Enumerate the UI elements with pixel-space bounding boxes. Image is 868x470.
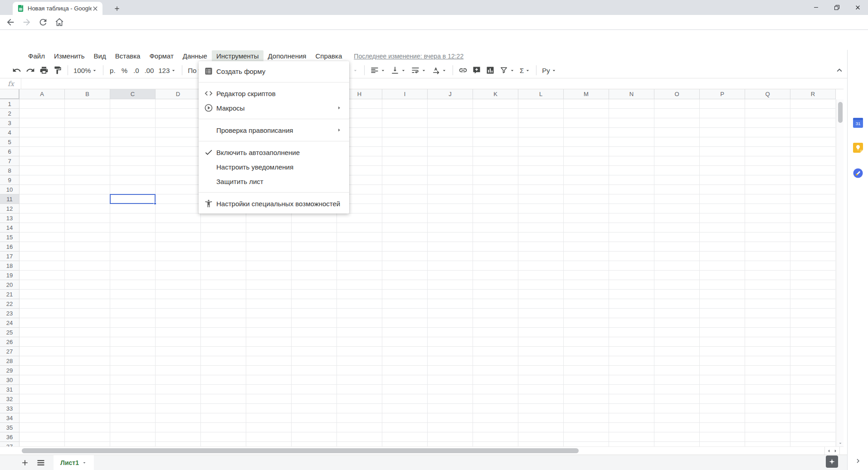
cell-A24[interactable] <box>20 318 65 328</box>
cell-D36[interactable] <box>156 432 201 442</box>
cell-I21[interactable] <box>382 290 428 299</box>
cell-M14[interactable] <box>564 223 609 233</box>
cell-R2[interactable] <box>790 109 836 118</box>
cell-B23[interactable] <box>65 309 110 318</box>
cell-P6[interactable] <box>700 147 745 156</box>
cell-D16[interactable] <box>156 242 201 252</box>
cell-K11[interactable] <box>473 194 518 204</box>
cell-R9[interactable] <box>790 175 836 185</box>
tasks-icon[interactable] <box>853 168 863 178</box>
cell-B10[interactable] <box>65 185 110 194</box>
cell-R15[interactable] <box>790 233 836 242</box>
cell-D2[interactable] <box>156 109 201 118</box>
cell-R28[interactable] <box>790 356 836 366</box>
cell-N2[interactable] <box>609 109 654 118</box>
menu-data[interactable]: Данные <box>178 50 212 62</box>
cell-K4[interactable] <box>473 128 518 137</box>
fill-handle[interactable] <box>154 202 156 205</box>
cell-C13[interactable] <box>110 213 156 223</box>
cell-I2[interactable] <box>382 109 428 118</box>
cell-C15[interactable] <box>110 233 156 242</box>
row-header-18[interactable]: 18 <box>0 261 20 271</box>
cell-N10[interactable] <box>609 185 654 194</box>
row-header-31[interactable]: 31 <box>0 385 20 394</box>
cell-M23[interactable] <box>564 309 609 318</box>
cell-J27[interactable] <box>428 347 473 356</box>
cell-B27[interactable] <box>65 347 110 356</box>
cell-I9[interactable] <box>382 175 428 185</box>
cell-I24[interactable] <box>382 318 428 328</box>
cell-N33[interactable] <box>609 404 654 413</box>
cell-R1[interactable] <box>790 99 836 109</box>
cell-E13[interactable] <box>201 213 246 223</box>
add-sheet-icon[interactable] <box>20 458 29 467</box>
cell-Q29[interactable] <box>745 366 790 375</box>
cell-M22[interactable] <box>564 299 609 309</box>
cell-D35[interactable] <box>156 423 201 432</box>
cell-J23[interactable] <box>428 309 473 318</box>
cell-C16[interactable] <box>110 242 156 252</box>
home-icon[interactable] <box>54 17 64 27</box>
cell-L5[interactable] <box>518 137 564 147</box>
cell-G24[interactable] <box>292 318 337 328</box>
cell-J30[interactable] <box>428 375 473 385</box>
cell-Q10[interactable] <box>745 185 790 194</box>
cell-K27[interactable] <box>473 347 518 356</box>
cell-A10[interactable] <box>20 185 65 194</box>
cell-J2[interactable] <box>428 109 473 118</box>
cell-M16[interactable] <box>564 242 609 252</box>
cell-R36[interactable] <box>790 432 836 442</box>
cell-J15[interactable] <box>428 233 473 242</box>
cell-O37[interactable] <box>654 442 700 446</box>
row-header-35[interactable]: 35 <box>0 423 20 432</box>
column-header-R[interactable]: R <box>790 89 836 99</box>
cell-B1[interactable] <box>65 99 110 109</box>
cell-F23[interactable] <box>246 309 292 318</box>
cell-A8[interactable] <box>20 166 65 175</box>
cell-K10[interactable] <box>473 185 518 194</box>
cell-J28[interactable] <box>428 356 473 366</box>
cell-G22[interactable] <box>292 299 337 309</box>
cell-O31[interactable] <box>654 385 700 394</box>
cell-A27[interactable] <box>20 347 65 356</box>
cell-E35[interactable] <box>201 423 246 432</box>
cell-N34[interactable] <box>609 413 654 423</box>
cell-N28[interactable] <box>609 356 654 366</box>
cell-F25[interactable] <box>246 328 292 337</box>
cell-L27[interactable] <box>518 347 564 356</box>
cell-D33[interactable] <box>156 404 201 413</box>
cell-O22[interactable] <box>654 299 700 309</box>
cell-I29[interactable] <box>382 366 428 375</box>
row-header-16[interactable]: 16 <box>0 242 20 252</box>
cell-D4[interactable] <box>156 128 201 137</box>
cell-Q5[interactable] <box>745 137 790 147</box>
decrease-decimals-button[interactable]: .0 <box>130 64 142 77</box>
cell-P20[interactable] <box>700 280 745 290</box>
cell-H31[interactable] <box>337 385 382 394</box>
cell-C35[interactable] <box>110 423 156 432</box>
cell-P30[interactable] <box>700 375 745 385</box>
cell-E29[interactable] <box>201 366 246 375</box>
cell-K28[interactable] <box>473 356 518 366</box>
cell-I19[interactable] <box>382 271 428 280</box>
tools-enable-autocomplete[interactable]: Включить автозаполнение <box>199 145 349 160</box>
sheet-tab-menu-icon[interactable] <box>82 460 87 465</box>
cell-C30[interactable] <box>110 375 156 385</box>
cell-O24[interactable] <box>654 318 700 328</box>
cell-F37[interactable] <box>246 442 292 446</box>
select-all-corner[interactable] <box>0 89 20 99</box>
cell-M21[interactable] <box>564 290 609 299</box>
cell-B22[interactable] <box>65 299 110 309</box>
cell-Q14[interactable] <box>745 223 790 233</box>
cell-H19[interactable] <box>337 271 382 280</box>
text-wrap-button[interactable] <box>409 64 429 77</box>
close-icon[interactable] <box>847 0 868 15</box>
cell-K15[interactable] <box>473 233 518 242</box>
cell-G20[interactable] <box>292 280 337 290</box>
cell-J9[interactable] <box>428 175 473 185</box>
cell-M15[interactable] <box>564 233 609 242</box>
cell-C14[interactable] <box>110 223 156 233</box>
cell-A30[interactable] <box>20 375 65 385</box>
cell-H29[interactable] <box>337 366 382 375</box>
cell-D15[interactable] <box>156 233 201 242</box>
